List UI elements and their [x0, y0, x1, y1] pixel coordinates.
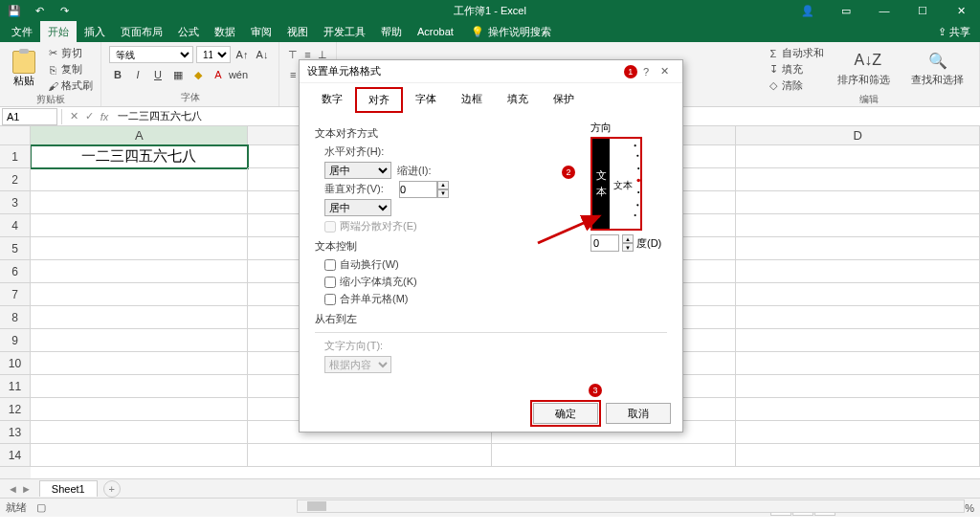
degrees-input[interactable] — [590, 234, 619, 252]
copy-button[interactable]: ⎘复制 — [46, 62, 93, 77]
tab-formulas[interactable]: 公式 — [170, 21, 207, 42]
fill-button[interactable]: ↧填充 — [767, 62, 824, 77]
cell[interactable] — [31, 421, 248, 444]
cell[interactable] — [248, 444, 492, 467]
tab-developer[interactable]: 开发工具 — [316, 21, 373, 42]
undo-icon[interactable]: ↶ — [29, 0, 50, 21]
autosum-button[interactable]: Σ自动求和 — [767, 46, 824, 60]
enter-formula-icon[interactable]: ✓ — [81, 110, 97, 122]
phonetic-button[interactable]: wén — [230, 66, 247, 83]
row-header[interactable]: 1 — [0, 145, 31, 168]
shrink-fit-checkbox[interactable] — [324, 277, 336, 288]
cancel-button[interactable]: 取消 — [606, 403, 671, 424]
cell[interactable] — [736, 214, 980, 237]
tab-insert[interactable]: 插入 — [77, 21, 113, 42]
row-header[interactable]: 14 — [0, 444, 31, 467]
cell[interactable] — [31, 306, 248, 329]
align-top-icon[interactable]: ⊤ — [287, 46, 299, 63]
cell[interactable] — [736, 306, 980, 329]
cell[interactable] — [31, 444, 248, 467]
tab-home[interactable]: 开始 — [40, 21, 77, 42]
record-macro-icon[interactable]: ▢ — [36, 501, 56, 514]
border-button[interactable]: ▦ — [169, 66, 187, 83]
cell[interactable] — [492, 444, 736, 467]
cancel-formula-icon[interactable]: ✕ — [66, 110, 81, 122]
spin-down-icon[interactable]: ▼ — [622, 243, 634, 252]
cell[interactable] — [736, 444, 980, 467]
vertical-text-button[interactable]: 文本 — [592, 139, 610, 229]
cell[interactable] — [31, 352, 248, 375]
cell[interactable] — [31, 214, 248, 237]
cell[interactable] — [736, 421, 980, 444]
select-all-button[interactable] — [0, 126, 31, 145]
cell[interactable] — [31, 398, 248, 421]
add-sheet-button[interactable]: + — [103, 480, 121, 498]
cell[interactable] — [736, 283, 980, 306]
row-header[interactable]: 2 — [0, 168, 31, 191]
redo-icon[interactable]: ↷ — [54, 0, 75, 21]
cell[interactable] — [31, 168, 248, 191]
row-header[interactable]: 8 — [0, 306, 31, 329]
wrap-text-checkbox[interactable] — [324, 259, 336, 271]
tab-help[interactable]: 帮助 — [373, 21, 410, 42]
cell[interactable] — [736, 398, 980, 421]
spin-up-icon[interactable]: ▲ — [622, 234, 634, 243]
row-header[interactable]: 12 — [0, 398, 31, 421]
dialog-help-icon[interactable]: ? — [637, 66, 655, 78]
h-align-select[interactable]: 居中 — [324, 162, 391, 179]
maximize-icon[interactable]: ☐ — [903, 0, 942, 21]
row-header[interactable]: 13 — [0, 421, 31, 444]
underline-button[interactable]: U — [149, 66, 167, 83]
row-header[interactable]: 10 — [0, 352, 31, 375]
bold-button[interactable]: B — [109, 66, 126, 83]
tab-font[interactable]: 字体 — [403, 87, 449, 113]
tab-acrobat[interactable]: Acrobat — [410, 21, 461, 42]
row-header[interactable]: 3 — [0, 191, 31, 214]
row-header[interactable]: 7 — [0, 283, 31, 306]
cell[interactable] — [31, 329, 248, 352]
indent-input[interactable] — [399, 181, 437, 198]
tab-protection[interactable]: 保护 — [541, 87, 587, 113]
save-icon[interactable]: 💾 — [4, 0, 25, 21]
tab-file[interactable]: 文件 — [4, 21, 40, 42]
ribbon-options-icon[interactable]: ▭ — [827, 0, 865, 21]
row-header[interactable]: 4 — [0, 214, 31, 237]
sheet-nav[interactable]: ◄ ► — [8, 483, 39, 495]
scrollbar-thumb[interactable] — [307, 501, 326, 511]
cell[interactable] — [736, 191, 980, 214]
row-header[interactable]: 11 — [0, 375, 31, 398]
ok-button[interactable]: 确定 — [533, 403, 598, 424]
orientation-control[interactable]: 文本 文本 — [590, 137, 642, 231]
align-left-icon[interactable]: ≡ — [287, 66, 299, 83]
tab-fill[interactable]: 填充 — [495, 87, 541, 113]
row-header[interactable]: 6 — [0, 260, 31, 283]
cell[interactable] — [31, 191, 248, 214]
cell[interactable] — [736, 145, 980, 168]
dialog-close-icon[interactable]: ✕ — [655, 65, 675, 78]
cell[interactable] — [31, 375, 248, 398]
tab-view[interactable]: 视图 — [279, 21, 316, 42]
sort-filter-button[interactable]: A↓Z排序和筛选 — [830, 46, 898, 93]
col-header-a[interactable]: A — [31, 126, 248, 145]
spin-up-icon[interactable]: ▲ — [437, 181, 449, 189]
fill-color-button[interactable]: ◆ — [189, 66, 207, 83]
orientation-dial[interactable]: 文本 — [610, 139, 640, 229]
cut-button[interactable]: ✂剪切 — [46, 46, 93, 60]
cell[interactable] — [736, 352, 980, 375]
row-header[interactable]: 5 — [0, 237, 31, 260]
tab-review[interactable]: 审阅 — [243, 21, 279, 42]
font-name-select[interactable]: 等线 — [109, 46, 193, 63]
minimize-icon[interactable]: — — [865, 0, 903, 21]
row-header[interactable]: 9 — [0, 329, 31, 352]
fx-icon[interactable]: fx — [97, 111, 112, 122]
format-painter-button[interactable]: 🖌格式刷 — [46, 78, 93, 93]
cell[interactable] — [31, 237, 248, 260]
col-header-d[interactable]: D — [736, 126, 980, 145]
cell[interactable] — [736, 237, 980, 260]
tab-border[interactable]: 边框 — [449, 87, 495, 113]
font-color-button[interactable]: A — [210, 66, 227, 83]
cell[interactable] — [31, 260, 248, 283]
cell[interactable] — [31, 283, 248, 306]
text-direction-select[interactable]: 根据内容 — [324, 356, 391, 373]
cell[interactable] — [736, 329, 980, 352]
